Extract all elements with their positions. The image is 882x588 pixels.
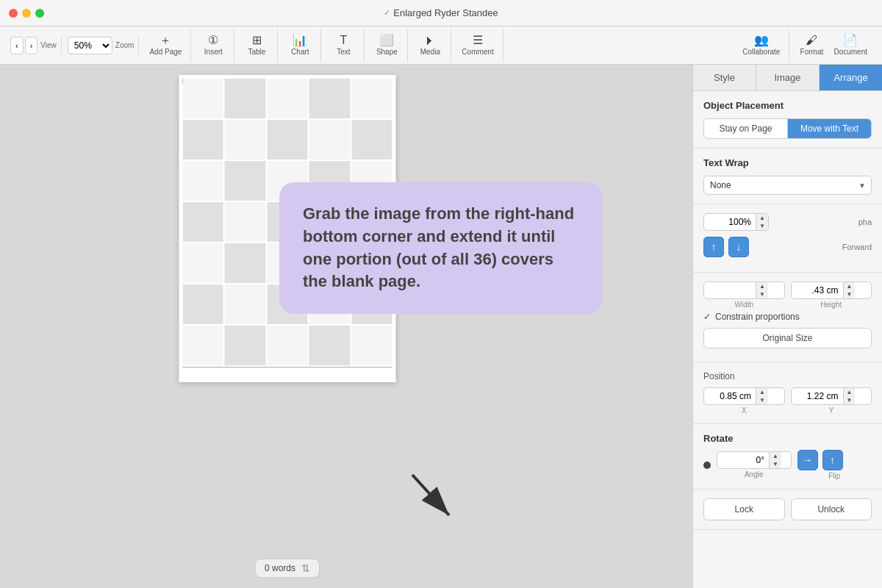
checker-cell: [225, 202, 265, 242]
add-page-group: ＋ Add Page: [140, 29, 191, 62]
constrain-row: ✓ Constrain proportions: [703, 312, 872, 322]
forward-label: Forward: [842, 243, 872, 251]
width-up-button[interactable]: ▲: [756, 282, 768, 290]
height-down-button[interactable]: ▼: [844, 290, 856, 298]
shape-button[interactable]: ⬜ Shape: [370, 29, 403, 62]
document-icon: 📄: [843, 35, 858, 46]
panel-content: Object Placement Stay on Page Move with …: [693, 91, 882, 588]
svg-line-1: [412, 475, 449, 515]
position-y-input: ▲ ▼: [791, 387, 872, 405]
collaborate-button[interactable]: 👥 Collaborate: [738, 29, 784, 62]
constrain-label: Constrain proportions: [715, 312, 800, 322]
alpha-value-input[interactable]: [704, 214, 756, 230]
right-panel: Style Image Arrange Object Placement Sta…: [692, 65, 882, 588]
alpha-stepper-buttons: ▲ ▼: [756, 214, 768, 230]
checker-cell: [183, 161, 223, 201]
position-y-field: ▲ ▼ Y: [791, 387, 872, 415]
constrain-check: ✓: [703, 312, 711, 322]
arrange-forward-button[interactable]: ↑: [703, 237, 724, 257]
checker-cell: [225, 161, 265, 201]
table-label: Table: [248, 48, 265, 56]
height-value-input[interactable]: [792, 282, 843, 298]
format-label: Format: [800, 48, 824, 56]
zoom-group-outer: 50% 75% 100% Zoom: [63, 37, 140, 54]
text-wrap-select-wrapper: None Around Above and Below In Line ▼: [703, 176, 872, 195]
position-x-value[interactable]: [704, 388, 756, 404]
media-button[interactable]: ⏵ Media: [414, 29, 446, 62]
flip-h-button[interactable]: →: [797, 450, 818, 470]
checker-cell: [351, 326, 392, 365]
text-wrap-section: Text Wrap None Around Above and Below In…: [693, 148, 882, 204]
chart-button[interactable]: 📊 Chart: [284, 29, 316, 62]
position-row-inputs: ▲ ▼ X ▲ ▼: [703, 387, 872, 415]
position-y-value[interactable]: [792, 388, 843, 404]
nav-back-button[interactable]: ‹: [10, 37, 24, 54]
width-input: ▲ ▼: [703, 282, 785, 299]
angle-up-button[interactable]: ▲: [770, 452, 781, 460]
width-label: Width: [703, 301, 785, 309]
checker-cell: [225, 243, 265, 283]
tab-style[interactable]: Style: [693, 65, 756, 90]
chart-icon: 📊: [293, 35, 307, 46]
minimize-button[interactable]: [22, 9, 31, 18]
checker-cell: [183, 120, 223, 159]
angle-value[interactable]: [717, 452, 769, 468]
view-label: View: [40, 41, 57, 49]
size-section: ▲ ▼ Width ▲ ▼: [693, 273, 882, 362]
document-button[interactable]: 📄 Document: [829, 29, 872, 62]
checker-cell: [267, 120, 307, 159]
add-page-button[interactable]: ＋ Add Page: [145, 29, 186, 62]
alpha-up-button[interactable]: ▲: [756, 214, 768, 222]
insert-group: ① Insert: [193, 29, 234, 62]
stay-on-page-button[interactable]: Stay on Page: [704, 119, 788, 138]
comment-button[interactable]: ☰ Comment: [457, 29, 498, 62]
insert-button[interactable]: ① Insert: [197, 29, 229, 62]
flip-label: Flip: [797, 472, 872, 480]
checker-cell: [183, 202, 223, 242]
text-wrap-title: Text Wrap: [703, 157, 872, 168]
collaborate-icon: 👥: [754, 35, 769, 46]
nav-forward-button[interactable]: ›: [25, 37, 38, 54]
y-up-button[interactable]: ▲: [844, 388, 856, 396]
word-count-stepper[interactable]: ⇅: [301, 562, 310, 574]
checker-cell: [183, 79, 223, 118]
tooltip-text: Grab the image from the right-hand botto…: [303, 204, 574, 290]
text-wrap-select[interactable]: None Around Above and Below In Line: [703, 176, 872, 195]
unlock-button[interactable]: Unlock: [791, 498, 872, 520]
checker-cell: [183, 284, 223, 324]
window-controls: [0, 9, 44, 18]
lock-buttons: Lock Unlock: [703, 498, 872, 520]
arrange-back-button[interactable]: ↓: [728, 237, 749, 257]
canvas-area[interactable]: Grab the image from the right-hand botto…: [0, 65, 692, 588]
move-with-text-button[interactable]: Move with Text: [788, 119, 871, 138]
window-title: ✓ Enlarged Ryder Standee: [384, 7, 498, 18]
zoom-select[interactable]: 50% 75% 100%: [68, 37, 112, 54]
lock-button[interactable]: Lock: [703, 498, 785, 520]
height-input: ▲ ▼: [791, 282, 872, 299]
text-button[interactable]: T Text: [327, 29, 359, 62]
rotate-dot: [703, 462, 711, 469]
media-label: Media: [420, 48, 440, 56]
close-button[interactable]: [9, 9, 18, 18]
width-value-input[interactable]: [704, 282, 756, 298]
x-up-button[interactable]: ▲: [756, 388, 768, 396]
shape-icon: ⬜: [379, 35, 394, 46]
flip-v-button[interactable]: ↑: [822, 450, 843, 470]
height-up-button[interactable]: ▲: [844, 282, 856, 290]
width-down-button[interactable]: ▼: [756, 290, 768, 298]
saved-icon: ✓: [384, 8, 390, 18]
tab-arrange[interactable]: Arrange: [820, 65, 882, 90]
toolbar: ‹ › View 50% 75% 100% Zoom ＋ Add Page ① …: [0, 26, 882, 65]
angle-down-button[interactable]: ▼: [770, 460, 781, 468]
x-down-button[interactable]: ▼: [756, 396, 768, 404]
table-button[interactable]: ⊞ Table: [240, 29, 273, 62]
original-size-button[interactable]: Original Size: [703, 328, 872, 348]
tab-image[interactable]: Image: [756, 65, 820, 90]
text-label: Text: [337, 48, 350, 56]
alpha-down-button[interactable]: ▼: [756, 222, 768, 230]
maximize-button[interactable]: [35, 9, 44, 18]
add-page-label: Add Page: [149, 48, 182, 56]
y-down-button[interactable]: ▼: [844, 396, 856, 404]
comment-icon: ☰: [473, 35, 483, 46]
format-button[interactable]: 🖌 Format: [795, 29, 828, 62]
